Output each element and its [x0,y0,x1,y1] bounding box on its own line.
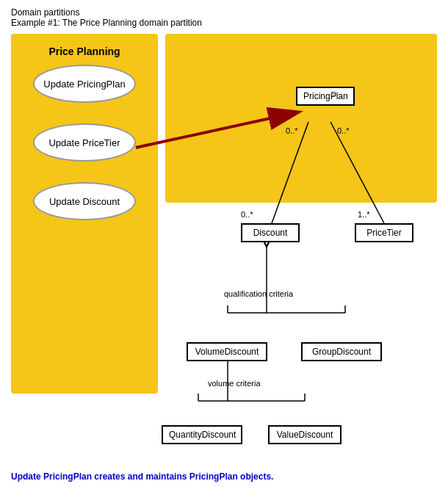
uml-note-icon: ⧉ [331,90,336,98]
uml-group-discount: GroupDiscount [301,342,382,361]
uml-volume-discount: VolumeDiscount [187,342,267,361]
uml-discount: Discount [241,223,300,242]
footer-text: Update PricingPlan creates and maintains… [11,471,437,482]
left-box-title: Price Planning [12,46,156,57]
mult-pp-left: 0..* [286,126,298,135]
diagram-container: Price Planning Update PricingPlan Update… [11,34,437,467]
header-line2: Example #1: The Price Planning domain pa… [11,18,437,28]
uml-pricing-plan: PricingPlan [296,87,355,106]
assoc-qualification: qualification criteria [224,289,293,298]
mult-price-tier: 1..* [358,210,370,219]
uml-price-tier: PriceTier [355,223,413,242]
oval-update-discount: Update Discount [33,182,136,220]
mult-pp-right: 0..* [337,126,350,135]
mult-discount: 0..* [241,210,253,219]
oval-update-pricing-plan: Update PricingPlan [33,65,136,103]
oval-update-price-tier: Update PriceTier [33,123,136,162]
uml-value-discount: ValueDiscount [268,425,342,444]
assoc-volume: volume criteria [208,379,261,388]
header-line1: Domain partitions [11,7,437,18]
right-yellow-area [165,34,437,203]
page-header: Domain partitions Example #1: The Price … [11,7,437,28]
left-box: Price Planning Update PricingPlan Update… [11,34,158,394]
uml-quantity-discount: QuantityDiscount [162,425,242,444]
